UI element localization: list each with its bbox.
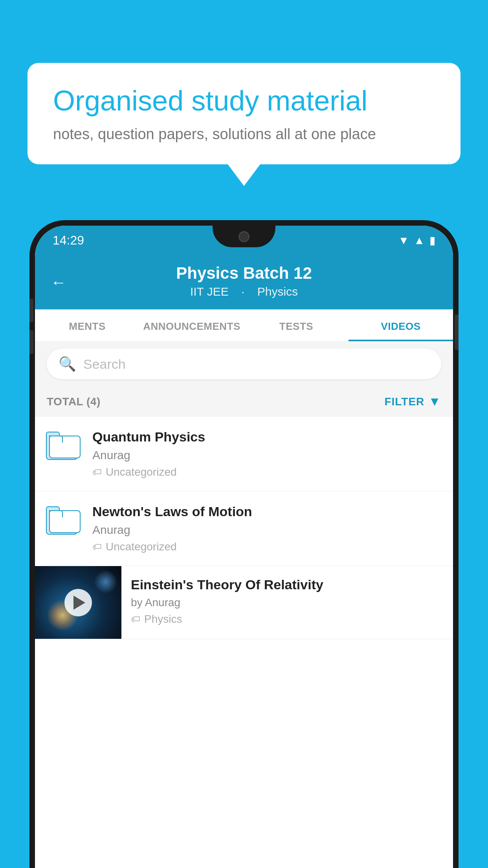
thumb-stars <box>94 570 117 594</box>
wifi-icon: ▼ <box>398 234 409 247</box>
filter-bar: TOTAL (4) FILTER ▼ <box>35 386 453 417</box>
speech-bubble: Organised study material notes, question… <box>28 63 460 164</box>
tag-text: Physics <box>144 613 182 625</box>
video-tag: 🏷 Physics <box>131 613 444 625</box>
video-title: Quantum Physics <box>92 429 442 445</box>
play-icon <box>73 596 85 610</box>
video-author: by Anurag <box>131 596 444 609</box>
search-input-wrap[interactable]: 🔍 Search <box>47 349 441 379</box>
list-item[interactable]: Newton's Laws of Motion Anurag 🏷 Uncateg… <box>35 491 453 566</box>
notch <box>213 226 275 247</box>
bubble-subtitle: notes, question papers, solutions all at… <box>53 126 435 143</box>
tag-icon: 🏷 <box>131 614 140 625</box>
filter-button[interactable]: FILTER ▼ <box>384 394 441 409</box>
status-icons: ▼ ▲ ▮ <box>398 234 435 247</box>
tag-text: Uncategorized <box>106 466 177 478</box>
camera <box>238 231 250 242</box>
tag-icon: 🏷 <box>92 541 102 552</box>
tab-bar: MENTS ANNOUNCEMENTS TESTS VIDEOS <box>35 309 453 342</box>
search-bar-container: 🔍 Search <box>35 342 453 386</box>
video-info: Quantum Physics Anurag 🏷 Uncategorized <box>92 429 442 478</box>
total-count: TOTAL (4) <box>47 395 101 408</box>
filter-icon: ▼ <box>428 394 441 409</box>
tab-ments[interactable]: MENTS <box>35 309 139 341</box>
search-icon: 🔍 <box>59 356 76 372</box>
folder-tab2 <box>49 436 63 443</box>
app-header: ← Physics Batch 12 IIT JEE · Physics <box>35 255 453 309</box>
video-info: Einstein's Theory Of Relativity by Anura… <box>121 566 453 636</box>
subtitle-part1: IIT JEE <box>190 285 229 298</box>
video-tag: 🏷 Uncategorized <box>92 466 442 478</box>
video-author: Anurag <box>92 523 442 537</box>
vol-down-button[interactable] <box>29 330 33 354</box>
play-button[interactable] <box>64 589 92 616</box>
back-button[interactable]: ← <box>51 274 66 291</box>
tag-text: Uncategorized <box>106 541 177 553</box>
header-subtitle: IIT JEE · Physics <box>51 285 437 298</box>
tab-announcements[interactable]: ANNOUNCEMENTS <box>139 309 244 341</box>
battery-icon: ▮ <box>429 234 435 247</box>
bubble-title: Organised study material <box>53 85 435 117</box>
folder-tab2 <box>49 510 63 517</box>
header-title: Physics Batch 12 <box>51 264 437 283</box>
subtitle-separator: · <box>241 285 248 298</box>
power-button[interactable] <box>455 314 459 350</box>
video-title: Newton's Laws of Motion <box>92 504 442 519</box>
status-time: 14:29 <box>53 233 84 248</box>
phone-screen: 14:29 ▼ ▲ ▮ ← Physics Batch 12 IIT JEE ·… <box>35 226 453 868</box>
phone-frame: 14:29 ▼ ▲ ▮ ← Physics Batch 12 IIT JEE ·… <box>29 220 459 868</box>
tag-icon: 🏷 <box>92 467 102 478</box>
video-author: Anurag <box>92 449 442 462</box>
video-thumbnail <box>35 566 121 639</box>
vol-up-button[interactable] <box>29 299 33 322</box>
folder-icon <box>46 504 81 535</box>
filter-label: FILTER <box>384 395 424 408</box>
list-item[interactable]: Einstein's Theory Of Relativity by Anura… <box>35 566 453 639</box>
signal-icon: ▲ <box>414 234 425 247</box>
video-list: Quantum Physics Anurag 🏷 Uncategorized <box>35 417 453 639</box>
tab-tests[interactable]: TESTS <box>244 309 349 341</box>
subtitle-part2: Physics <box>257 285 298 298</box>
video-info: Newton's Laws of Motion Anurag 🏷 Uncateg… <box>92 504 442 553</box>
search-placeholder: Search <box>83 357 126 372</box>
video-title: Einstein's Theory Of Relativity <box>131 577 444 592</box>
tab-videos[interactable]: VIDEOS <box>349 309 453 341</box>
folder-icon <box>46 429 81 460</box>
list-item[interactable]: Quantum Physics Anurag 🏷 Uncategorized <box>35 417 453 491</box>
video-tag: 🏷 Uncategorized <box>92 541 442 553</box>
